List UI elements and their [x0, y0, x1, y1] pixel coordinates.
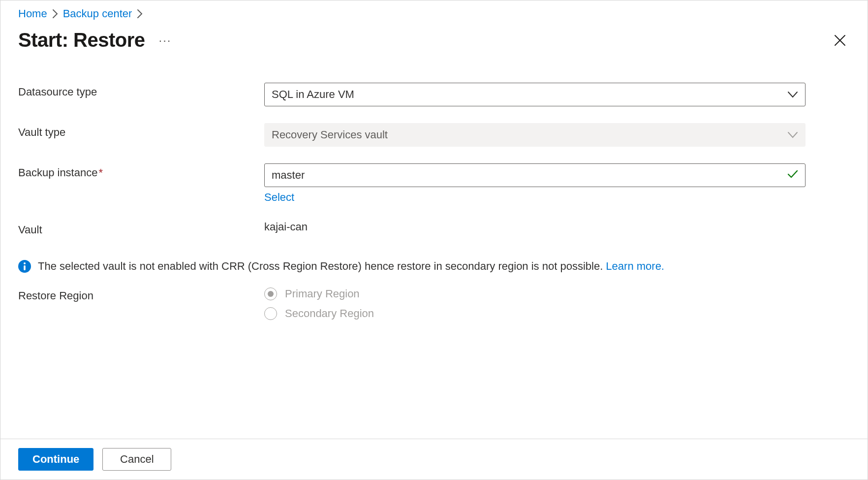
vault-type-label: Vault type: [18, 123, 264, 139]
chevron-right-icon: [137, 9, 143, 19]
page-title: Start: Restore: [18, 29, 145, 51]
restore-region-primary: Primary Region: [264, 288, 806, 300]
checkmark-icon: [787, 169, 798, 182]
continue-button[interactable]: Continue: [18, 448, 93, 471]
datasource-type-select[interactable]: SQL in Azure VM: [264, 83, 806, 106]
vault-type-value: Recovery Services vault: [272, 128, 388, 141]
close-icon: [833, 33, 847, 47]
datasource-type-value: SQL in Azure VM: [272, 88, 354, 101]
chevron-right-icon: [52, 9, 58, 19]
title-more-button[interactable]: ···: [159, 33, 172, 47]
breadcrumb: Home Backup center: [18, 7, 850, 20]
restore-region-primary-label: Primary Region: [285, 288, 360, 300]
restore-region-secondary-label: Secondary Region: [285, 307, 374, 320]
datasource-type-label: Datasource type: [18, 83, 264, 98]
backup-instance-select-link[interactable]: Select: [264, 191, 806, 204]
backup-instance-label: Backup instance*: [18, 163, 264, 179]
info-icon: [18, 260, 31, 273]
radio-unselected-icon: [264, 307, 277, 320]
backup-instance-input[interactable]: master: [264, 163, 806, 187]
vault-value: kajai-can: [264, 221, 806, 233]
close-button[interactable]: [830, 31, 850, 50]
info-text: The selected vault is not enabled with C…: [38, 260, 606, 272]
restore-region-secondary: Secondary Region: [264, 307, 806, 320]
footer: Continue Cancel: [0, 439, 868, 480]
cancel-button[interactable]: Cancel: [102, 448, 171, 471]
restore-region-radio-group: Primary Region Secondary Region: [264, 288, 806, 320]
svg-rect-2: [24, 265, 26, 270]
breadcrumb-backup-center[interactable]: Backup center: [63, 7, 132, 20]
vault-label: Vault: [18, 221, 264, 236]
radio-selected-icon: [264, 288, 277, 300]
chevron-down-icon: [787, 128, 798, 141]
required-asterisk: *: [98, 166, 103, 179]
info-banner: The selected vault is not enabled with C…: [18, 260, 850, 273]
chevron-down-icon: [787, 88, 798, 101]
info-learn-more-link[interactable]: Learn more.: [606, 260, 664, 272]
svg-point-1: [24, 262, 26, 264]
breadcrumb-home[interactable]: Home: [18, 7, 47, 20]
backup-instance-value: master: [272, 169, 305, 182]
vault-type-select: Recovery Services vault: [264, 123, 806, 147]
restore-region-label: Restore Region: [18, 287, 264, 302]
